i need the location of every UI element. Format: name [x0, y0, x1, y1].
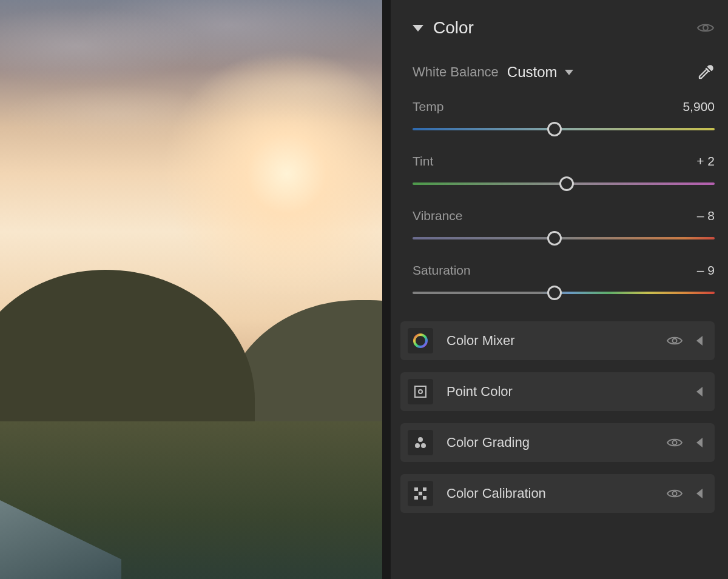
svg-point-8 — [673, 441, 677, 445]
svg-rect-3 — [415, 386, 426, 397]
svg-point-5 — [418, 437, 423, 442]
svg-point-7 — [421, 443, 426, 448]
eye-icon — [666, 335, 683, 346]
point-color-icon — [408, 379, 433, 404]
svg-point-6 — [415, 443, 420, 448]
visibility-toggle[interactable] — [666, 488, 683, 499]
slider-handle[interactable] — [547, 286, 562, 300]
saturation-value[interactable]: – 9 — [697, 263, 715, 278]
svg-rect-10 — [423, 487, 426, 491]
preview-sky — [0, 0, 382, 255]
svg-rect-13 — [423, 496, 426, 500]
eye-icon — [696, 22, 715, 34]
vibrance-slider-block: Vibrance – 8 — [413, 209, 715, 245]
saturation-label: Saturation — [413, 263, 471, 278]
expand-arrow-icon[interactable] — [696, 336, 703, 346]
panel-toggle[interactable]: Color — [413, 18, 474, 38]
subpanel-title: Point Color — [447, 384, 513, 400]
eyedropper-button[interactable] — [696, 63, 715, 81]
svg-point-2 — [673, 339, 677, 343]
visibility-toggle[interactable] — [666, 437, 683, 448]
slider-handle[interactable] — [547, 122, 562, 136]
temp-label: Temp — [413, 99, 443, 114]
vibrance-label: Vibrance — [413, 209, 463, 223]
color-panel: Color White Balance Custom — [382, 0, 728, 579]
subpanel-title: Color Mixer — [447, 333, 514, 349]
color-mixer-icon — [408, 328, 433, 353]
panel-visibility-toggle[interactable] — [696, 22, 715, 34]
white-balance-value: Custom — [507, 64, 558, 81]
saturation-track — [413, 292, 715, 294]
image-preview[interactable] — [0, 0, 382, 579]
white-balance-select[interactable]: Custom — [507, 64, 573, 81]
white-balance-row: White Balance Custom — [400, 63, 715, 81]
svg-point-4 — [419, 390, 422, 393]
tint-slider-block: Tint + 2 — [413, 154, 715, 190]
panel-header: Color — [400, 18, 715, 38]
tint-slider[interactable] — [413, 177, 715, 190]
svg-point-0 — [703, 25, 708, 30]
eyedropper-icon — [696, 63, 715, 81]
svg-point-14 — [673, 492, 677, 496]
visibility-toggle[interactable] — [666, 335, 683, 346]
temp-value[interactable]: 5,900 — [682, 99, 715, 114]
white-balance-label: White Balance — [413, 64, 499, 80]
point-color-bar[interactable]: Point Color — [400, 372, 715, 411]
basic-sliders: Temp 5,900 Tint + 2 Vibrance – 8 — [400, 99, 715, 300]
saturation-slider-block: Saturation – 9 — [413, 263, 715, 300]
subpanel-title: Color Grading — [447, 435, 530, 450]
svg-point-1 — [414, 335, 426, 347]
subpanel-title: Color Calibration — [447, 486, 546, 501]
color-grading-bar[interactable]: Color Grading — [400, 423, 715, 462]
vibrance-track — [413, 237, 715, 239]
chevron-down-icon — [565, 70, 573, 75]
svg-rect-12 — [414, 496, 418, 500]
eye-icon — [666, 488, 683, 499]
vibrance-value[interactable]: – 8 — [697, 209, 715, 223]
tint-value[interactable]: + 2 — [696, 154, 715, 169]
slider-handle[interactable] — [559, 176, 574, 191]
vibrance-slider[interactable] — [413, 232, 715, 245]
expand-arrow-icon[interactable] — [696, 489, 703, 498]
preview-mountain-front — [0, 270, 255, 440]
subpanels: Color Mixer Point Color — [400, 321, 715, 513]
saturation-slider[interactable] — [413, 286, 715, 300]
color-calibration-bar[interactable]: Color Calibration — [400, 474, 715, 513]
expand-arrow-icon[interactable] — [696, 438, 703, 447]
expand-arrow-icon[interactable] — [696, 387, 703, 397]
svg-rect-11 — [419, 492, 422, 495]
eye-icon — [666, 437, 683, 448]
color-grading-icon — [408, 430, 433, 455]
chevron-down-icon — [413, 25, 423, 32]
tint-label: Tint — [413, 154, 433, 169]
color-mixer-bar[interactable]: Color Mixer — [400, 321, 715, 360]
temp-slider-block: Temp 5,900 — [413, 99, 715, 136]
svg-rect-9 — [414, 487, 418, 491]
temp-track — [413, 128, 715, 130]
temp-slider[interactable] — [413, 122, 715, 136]
slider-handle[interactable] — [547, 231, 562, 246]
panel-title: Color — [433, 18, 474, 38]
color-calibration-icon — [408, 481, 433, 506]
